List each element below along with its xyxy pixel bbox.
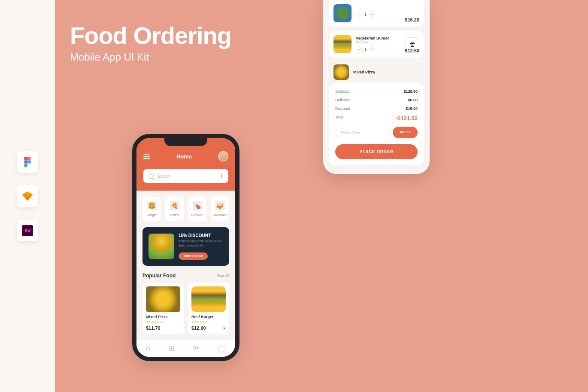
filter-icon[interactable] (220, 174, 224, 178)
food-image (333, 64, 349, 80)
nav-grid-icon[interactable]: ⊞ (169, 344, 174, 352)
category-sandwich[interactable]: 🥪Sandwich (211, 197, 229, 221)
apply-button[interactable]: APPLY (393, 127, 418, 138)
search-placeholder: Search (157, 174, 216, 179)
category-row: 🍔Burger 🍕Pizza 🍗Chicken 🥪Sandwich (142, 197, 229, 221)
cart-screen: − 1 + $16.20 Vegetarian Burger Fast Food… (323, 0, 430, 174)
page-title: Home (176, 153, 192, 160)
sketch-icon (17, 185, 38, 207)
food-image (333, 35, 352, 53)
promo-desc: Aenean condimentum neque vel justo cursu… (179, 239, 223, 248)
order-summary: Subtotal:$128.50 Delivery:$8.00 Discount… (329, 83, 424, 165)
hero-subtitle: Mobile App UI Kit (70, 51, 231, 63)
home-screen: Home Search 🍔Burger 🍕Pizza 🍗Chicken 🥪San… (132, 134, 239, 361)
rating-stars: ★★★★★4.9 (146, 320, 180, 324)
menu-icon[interactable] (143, 154, 150, 159)
qty-plus-button[interactable]: + (369, 12, 375, 18)
figma-icon (17, 151, 38, 173)
hero-text: Food Ordering Mobile App UI Kit (70, 21, 231, 63)
food-card-burger[interactable]: Beef Burger ★★★★★4.7 $12.90 ♥ (188, 283, 229, 334)
design-tools-sidebar: Xd (0, 0, 55, 392)
food-image (146, 286, 180, 312)
category-burger[interactable]: 🍔Burger (142, 197, 161, 221)
category-pizza[interactable]: 🍕Pizza (165, 197, 184, 221)
order-now-button[interactable]: ORDER NOW (179, 252, 208, 260)
cart-item: − 1 + $16.20 (329, 0, 424, 27)
food-card-pizza[interactable]: Mixed Pizza ★★★★★4.9 $11.70 ♡ (142, 283, 184, 334)
qty-minus-button[interactable]: − (356, 46, 362, 52)
popular-title: Popular Food (142, 273, 176, 279)
search-input[interactable]: Search (143, 169, 228, 183)
qty-minus-button[interactable]: − (356, 12, 362, 18)
place-order-button[interactable]: PLACE ORDER (335, 144, 418, 159)
nav-home-icon[interactable]: ⌂ (146, 344, 150, 352)
search-icon (149, 173, 154, 179)
promo-banner: 15% DISCOUNT Aenean condimentum neque ve… (142, 227, 229, 266)
promo-code-input[interactable]: Promo Code (335, 127, 389, 138)
bottom-nav: ⌂ ⊞ 🛍 ◯ (136, 340, 235, 357)
category-chicken[interactable]: 🍗Chicken (188, 197, 206, 221)
cart-item: Mixed Pizza (329, 62, 424, 80)
nav-profile-icon[interactable]: ◯ (218, 344, 226, 352)
promo-title: 15% DISCOUNT (179, 233, 223, 238)
heart-icon[interactable]: ♥ (223, 326, 226, 331)
promo-image (149, 234, 174, 259)
cart-item: Vegetarian Burger Fast Food − 1 + $12.50… (329, 31, 424, 58)
xd-icon: Xd (17, 220, 38, 241)
heart-icon[interactable]: ♡ (176, 326, 180, 331)
avatar[interactable] (218, 151, 228, 161)
food-image (191, 286, 226, 312)
home-header: Home Search (136, 138, 235, 191)
food-image (333, 4, 352, 22)
nav-bag-icon[interactable]: 🛍 (193, 344, 200, 352)
qty-plus-button[interactable]: + (369, 46, 375, 52)
see-all-link[interactable]: See All (217, 273, 229, 278)
rating-stars: ★★★★★4.7 (191, 320, 226, 324)
hero-title: Food Ordering (70, 21, 231, 49)
